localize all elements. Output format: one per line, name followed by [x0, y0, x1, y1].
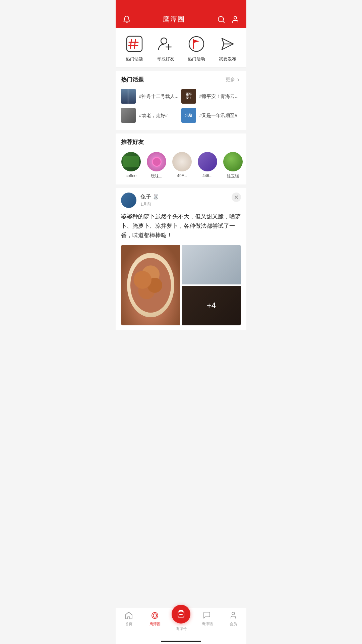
- header-right-icons: [217, 15, 240, 24]
- post-more-overlay: +4: [182, 286, 241, 325]
- friend-avatar-49f1: [172, 152, 192, 171]
- nav-publish[interactable]: 我要发布: [214, 35, 241, 62]
- publish-label: 我要发布: [219, 56, 236, 62]
- post-avatar: [121, 193, 136, 208]
- hot-topics-section: 热门话题 更多 #神舟十二号载人... 愿平安！ #愿平安！青海云... #袁老…: [116, 71, 246, 130]
- user-icon[interactable]: [231, 15, 240, 24]
- friend-name-coffee: coffee: [126, 173, 136, 178]
- add-user-icon: [156, 35, 175, 53]
- topic-item-3[interactable]: #袁老，走好#: [121, 106, 181, 125]
- topic-item-2[interactable]: 愿平安！ #愿平安！青海云...: [181, 87, 241, 106]
- post-time: 1月前: [140, 201, 159, 207]
- topic-text-2: #愿平安！青海云...: [199, 93, 239, 99]
- post-username: 兔子 🐰: [140, 194, 159, 201]
- nav-find-friends[interactable]: 寻找好友: [152, 35, 179, 62]
- post-user: 兔子 🐰 1月前: [121, 193, 159, 208]
- post-image-side-2[interactable]: +4: [182, 286, 241, 325]
- friend-wanwei[interactable]: 玩味...: [146, 152, 167, 179]
- friends-title: 推荐好友: [121, 138, 144, 146]
- hashtag-icon: [125, 35, 144, 53]
- hot-topics-title: 热门话题: [121, 76, 144, 84]
- post-text: 婆婆种的萝卜虽然个头不大，但又甜又脆，晒萝卜、腌萝卜、凉拌萝卜，各种做法都尝试了…: [121, 212, 241, 240]
- more-button[interactable]: 更多: [226, 77, 241, 83]
- friend-coffee[interactable]: coffee: [121, 152, 141, 179]
- svg-point-8: [161, 38, 167, 44]
- friend-49f1[interactable]: 49F...: [172, 152, 192, 179]
- friend-name-446: 446...: [202, 173, 213, 178]
- topic-item-4[interactable]: 汛期 #又是一年汛期至#: [181, 106, 241, 125]
- quick-nav: 热门话题 寻找好友 热门活动: [116, 28, 246, 68]
- hot-topics-grid: #神舟十二号载人... 愿平安！ #愿平安！青海云... #袁老，走好# 汛期 …: [116, 87, 246, 130]
- more-label: 更多: [226, 77, 235, 83]
- friends-header: 推荐好友: [116, 133, 246, 149]
- recommended-friends-section: 推荐好友 coffee 玩味...: [116, 133, 246, 184]
- status-bar: [116, 0, 246, 15]
- topic-text-1: #神舟十二号载人...: [139, 93, 178, 99]
- friend-avatar-wanwei: [147, 152, 166, 171]
- topic-thumb-2: 愿平安！: [181, 89, 196, 104]
- topic-thumb-4: 汛期: [181, 108, 196, 123]
- topic-item-1[interactable]: #神舟十二号载人...: [121, 87, 181, 106]
- post-user-info: 兔子 🐰 1月前: [140, 194, 159, 207]
- topic-text-4: #又是一年汛期至#: [199, 112, 238, 118]
- topic-thumb-3: [121, 108, 136, 123]
- svg-line-1: [223, 21, 224, 22]
- post-images: +4: [121, 245, 241, 325]
- nav-hot-events[interactable]: 热门活动: [183, 35, 210, 62]
- content-area: 热门话题 寻找好友 热门活动: [116, 28, 246, 357]
- friend-name-49f1: 49F...: [177, 173, 187, 178]
- svg-point-2: [234, 16, 237, 19]
- flag-icon: [187, 35, 206, 53]
- topic-thumb-1: [121, 89, 136, 104]
- friends-scroll[interactable]: coffee 玩味... 49F... 446...: [116, 149, 246, 184]
- friend-446[interactable]: 446...: [197, 152, 218, 179]
- search-icon[interactable]: [217, 15, 226, 24]
- post-more-count: +4: [207, 301, 216, 310]
- nav-hot-topics[interactable]: 热门话题: [121, 35, 148, 62]
- svg-line-5: [134, 40, 135, 48]
- find-friends-label: 寻找好友: [157, 56, 174, 62]
- send-icon: [218, 35, 237, 53]
- app-title: 鹰潭圈: [163, 15, 185, 24]
- friend-avatar-chen: [223, 152, 243, 171]
- post-image-side-1[interactable]: [182, 245, 241, 284]
- hot-events-label: 热门活动: [188, 56, 205, 62]
- friend-avatar-coffee: [121, 152, 141, 171]
- svg-point-11: [189, 37, 204, 51]
- post-image-main[interactable]: [121, 245, 180, 325]
- friend-name-wanwei: 玩味...: [151, 173, 162, 179]
- post-card: 兔子 🐰 1月前 婆婆种的萝卜虽然个头不大，但又甜又脆，晒萝卜、腌萝卜、凉拌萝卜…: [116, 188, 246, 330]
- topic-text-3: #袁老，走好#: [139, 112, 168, 118]
- post-header: 兔子 🐰 1月前: [121, 193, 241, 208]
- friend-avatar-446: [198, 152, 217, 171]
- hot-topics-header: 热门话题 更多: [116, 71, 246, 87]
- bell-icon[interactable]: [122, 15, 131, 24]
- friend-name-chen: 陈玉强: [227, 173, 239, 179]
- hot-topics-label: 热门话题: [126, 56, 143, 62]
- svg-line-4: [130, 40, 131, 48]
- friend-chen[interactable]: 陈玉强: [223, 152, 243, 179]
- app-header: 鹰潭圈: [116, 15, 246, 28]
- post-close-button[interactable]: [232, 193, 241, 202]
